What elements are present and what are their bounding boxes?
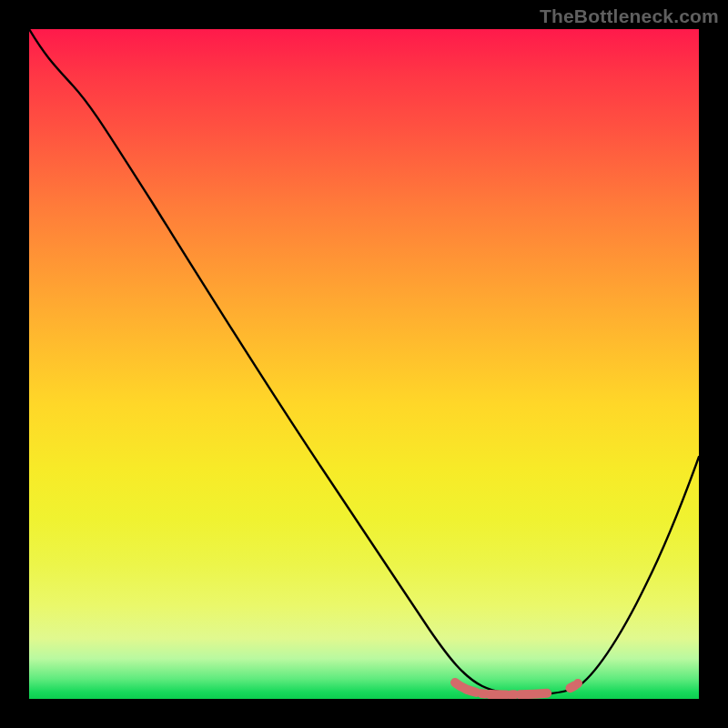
bottleneck-curve-path: [29, 29, 699, 694]
watermark-text: TheBottleneck.com: [540, 5, 719, 27]
chart-frame: TheBottleneck.com: [0, 0, 728, 728]
optimal-range-marker: [455, 682, 578, 694]
plot-gradient-area: [29, 29, 699, 699]
bottleneck-curve-svg: [29, 29, 699, 699]
